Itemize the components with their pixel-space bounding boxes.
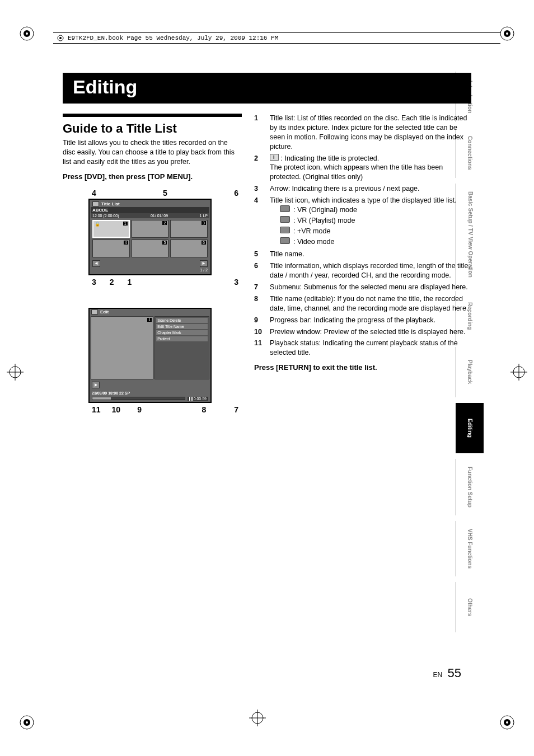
mode-icon (280, 227, 290, 233)
title-info-row: 12:00 (2:00:00) 01/ 01/ 09 1 LP (91, 213, 209, 218)
tab-vhs-functions: VHS Functions (456, 521, 484, 576)
tab-function-setup: Function Setup (456, 459, 484, 515)
info-mode: 1 LP (200, 214, 208, 218)
callout-number: 3 (92, 278, 96, 287)
section-heading: Guide to a Title List (63, 114, 242, 138)
callout-number: 7 (234, 405, 238, 414)
description-list: 1Title list: List of titles recorded on … (254, 114, 471, 358)
list-item: 1Title list: List of titles recorded on … (254, 114, 471, 152)
page-number-value: 55 (448, 666, 461, 680)
screen-header: Edit (90, 309, 210, 315)
thumbnail: 5 (132, 240, 169, 257)
thumbnail: 6 (170, 240, 208, 257)
svg-point-5 (506, 32, 508, 35)
list-item: 2 : Indicating the title is protected.Th… (254, 154, 471, 182)
info-time: 12:00 (2:00:00) (92, 214, 119, 218)
callout-number: 9 (137, 405, 142, 414)
edit-screen: Edit 1 Scene Delete Edit Title Name Chap… (88, 308, 212, 403)
callout-number: 2 (110, 278, 114, 287)
crop-mark-icon (16, 22, 38, 45)
list-item: 8Title name (editable): If you do not na… (254, 294, 471, 313)
play-icon (92, 382, 100, 388)
thumbnail: 🔒1 (92, 220, 130, 238)
callout-number: 1 (128, 278, 132, 287)
list-item: 11Playback status: Indicating the curren… (254, 339, 471, 358)
registration-mark-icon (7, 364, 24, 382)
submenu-item: Chapter Mark (156, 330, 208, 335)
print-header: E9TK2FD_EN.book Page 55 Wednesday, July … (53, 32, 500, 44)
callout-number: 5 (163, 189, 167, 198)
preview-window: 1 (91, 316, 153, 379)
title-list-screen: Title List ABCDE 12:00 (2:00:00) 01/ 01/… (88, 199, 212, 275)
callout-number: 8 (202, 405, 206, 414)
callouts-bottom: 3 2 1 3 (88, 275, 242, 288)
svg-point-8 (26, 721, 28, 724)
edit-info-line: 23/03/09 18:00 22 SP (90, 391, 210, 396)
crop-mark-icon (496, 711, 518, 734)
protect-icon (270, 154, 279, 161)
callout-number: 6 (234, 189, 238, 198)
right-column: 1Title list: List of titles recorded on … (254, 114, 471, 415)
playback-status-row (90, 381, 210, 391)
submenu-item: Protect (156, 336, 208, 341)
screen-header-text: Edit (100, 309, 109, 314)
chapter-title: Editing (63, 73, 471, 104)
svg-point-2 (26, 32, 28, 35)
arrow-right-icon: ► (200, 260, 208, 267)
pause-icon (189, 397, 193, 401)
title-name: ABCDE (91, 207, 209, 213)
list-item: 10Preview window: Preview of the selecte… (254, 327, 471, 337)
callout-number: 11 (92, 405, 101, 414)
page-indicator: 1 / 2 (200, 268, 208, 272)
intro-paragraph: Title list allows you to check the title… (63, 138, 242, 167)
progress-row: 0:00:59 (90, 396, 210, 402)
list-item: 3Arrow: Indicating there is a previous /… (254, 184, 471, 194)
registration-mark-icon (510, 364, 527, 382)
mode-icon (280, 237, 290, 244)
timecode: 0:00:59 (188, 397, 208, 401)
callout-number: 4 (92, 189, 96, 198)
svg-point-11 (506, 721, 508, 724)
instruction-step: Press [DVD], then press [TOP MENU]. (63, 172, 242, 181)
thumbnail: 2 (132, 220, 169, 238)
screen-header-text: Title List (101, 201, 120, 206)
callout-number: 3 (234, 278, 238, 287)
thumbnail: 3 (170, 220, 208, 238)
left-column: Guide to a Title List Title list allows … (63, 114, 242, 415)
info-date: 01/ 01/ 09 (151, 214, 168, 218)
list-item: 6Title information, which displays recor… (254, 261, 471, 280)
callouts-bottom: 11 10 9 8 7 (88, 403, 242, 415)
submenu-item: Scene Delete (156, 318, 208, 323)
disc-icon (92, 201, 99, 206)
instruction-step: Press [RETURN] to exit the title list. (254, 363, 471, 372)
list-item: 9Progress bar: Indicating the progress o… (254, 316, 471, 325)
registration-mark-icon (249, 710, 266, 728)
mode-icon (280, 205, 290, 212)
callout-number: 10 (112, 405, 121, 414)
arrow-left-icon: ◄ (92, 260, 100, 267)
title-list-diagram: 4 5 6 Title List ABCDE 12:00 (2:00:00) 0… (88, 189, 242, 288)
thumbnail: 4 (92, 240, 130, 257)
disc-icon (91, 309, 98, 314)
edit-screen-diagram: Edit 1 Scene Delete Edit Title Name Chap… (88, 308, 242, 415)
thumbnail-grid: 🔒1 2 3 4 5 6 (91, 218, 209, 259)
list-item: 7Submenu: Submenus for the selected menu… (254, 283, 471, 292)
tab-others: Others (456, 582, 484, 632)
svg-point-22 (59, 37, 62, 39)
crop-mark-icon (16, 711, 38, 734)
list-item: 4Title list icon, which indicates a type… (254, 196, 471, 247)
list-item: 5Title name. (254, 250, 471, 259)
screen-header: Title List (91, 201, 209, 207)
screen-nav-row: ◄ ► (91, 259, 209, 268)
page-number: EN 55 (433, 666, 462, 680)
page-content: Editing Guide to a Title List Title list… (63, 73, 471, 415)
progress-bar (92, 397, 185, 400)
print-header-text: E9TK2FD_EN.book Page 55 Wednesday, July … (68, 35, 278, 41)
mode-icon (280, 216, 290, 223)
lock-icon: 🔒 (95, 222, 100, 227)
page-lang: EN (433, 671, 443, 679)
submenu-item: Edit Title Name (156, 324, 208, 329)
callouts-top: 4 5 6 (88, 189, 242, 199)
edit-submenu: Scene Delete Edit Title Name Chapter Mar… (154, 316, 209, 379)
